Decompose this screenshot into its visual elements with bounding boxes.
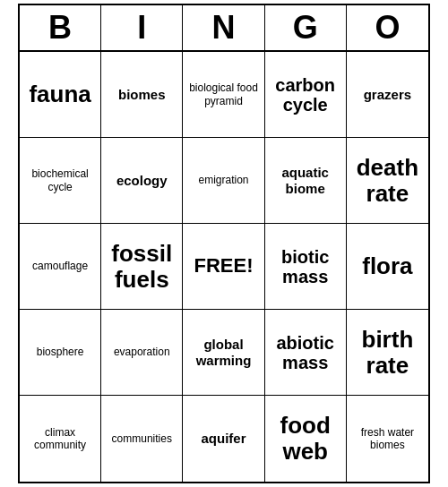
cell-text-7: emigration [198, 174, 248, 186]
cell-text-18: abiotic mass [269, 333, 342, 372]
cell-text-10: camouflage [32, 260, 88, 272]
bingo-cell-24[interactable]: fresh water biomes [347, 396, 428, 482]
bingo-cell-5[interactable]: biochemical cycle [20, 138, 101, 224]
cell-text-1: biomes [118, 87, 166, 103]
bingo-cell-0[interactable]: fauna [20, 52, 101, 138]
bingo-cell-22[interactable]: aquifer [183, 396, 264, 482]
bingo-cell-1[interactable]: biomes [101, 52, 183, 138]
bingo-cell-9[interactable]: death rate [347, 138, 428, 224]
cell-text-9: death rate [350, 155, 425, 206]
bingo-cell-10[interactable]: camouflage [20, 224, 101, 310]
bingo-cell-8[interactable]: aquatic biome [265, 138, 347, 224]
cell-text-13: biotic mass [269, 247, 342, 286]
bingo-cell-4[interactable]: grazers [347, 52, 428, 138]
bingo-cell-23[interactable]: food web [265, 396, 347, 482]
cell-text-15: biosphere [37, 346, 84, 358]
bingo-cell-17[interactable]: global warming [183, 310, 264, 396]
cell-text-11: fossil fuels [105, 241, 178, 292]
bingo-cell-11[interactable]: fossil fuels [101, 224, 183, 310]
header-g: G [265, 5, 347, 50]
cell-text-16: evaporation [114, 346, 170, 358]
cell-text-8: aquatic biome [269, 165, 342, 197]
cell-text-20: climax community [23, 426, 97, 452]
bingo-cell-21[interactable]: communities [101, 396, 183, 482]
bingo-cell-19[interactable]: birth rate [347, 310, 428, 396]
cell-text-4: grazers [364, 87, 411, 103]
bingo-cell-6[interactable]: ecology [101, 138, 183, 224]
cell-text-23: food web [269, 413, 342, 464]
cell-text-24: fresh water biomes [350, 426, 425, 452]
bingo-cell-7[interactable]: emigration [183, 138, 264, 224]
bingo-cell-12[interactable]: FREE! [183, 224, 264, 310]
bingo-cell-3[interactable]: carbon cycle [265, 52, 347, 138]
cell-text-0: fauna [29, 81, 90, 107]
bingo-card: B I N G O faunabiomesbiological food pyr… [18, 4, 430, 483]
cell-text-3: carbon cycle [269, 75, 342, 115]
header-i: I [101, 5, 183, 50]
bingo-cell-15[interactable]: biosphere [20, 310, 101, 396]
cell-text-5: biochemical cycle [23, 167, 97, 193]
cell-text-21: communities [112, 432, 172, 445]
bingo-header: B I N G O [20, 5, 428, 52]
bingo-cell-13[interactable]: biotic mass [265, 224, 347, 310]
bingo-cell-14[interactable]: flora [347, 224, 428, 310]
cell-text-17: global warming [186, 337, 260, 369]
bingo-cell-2[interactable]: biological food pyramid [183, 52, 264, 138]
cell-text-6: ecology [116, 173, 168, 189]
cell-text-2: biological food pyramid [186, 81, 260, 107]
cell-text-22: aquifer [201, 431, 246, 447]
header-n: N [183, 5, 264, 50]
header-o: O [347, 5, 428, 50]
bingo-cell-16[interactable]: evaporation [101, 310, 183, 396]
cell-text-12: FREE! [194, 254, 253, 278]
cell-text-19: birth rate [350, 327, 425, 378]
cell-text-14: flora [362, 253, 412, 279]
bingo-cell-18[interactable]: abiotic mass [265, 310, 347, 396]
bingo-cell-20[interactable]: climax community [20, 396, 101, 482]
bingo-grid: faunabiomesbiological food pyramidcarbon… [20, 52, 428, 482]
header-b: B [20, 5, 101, 50]
